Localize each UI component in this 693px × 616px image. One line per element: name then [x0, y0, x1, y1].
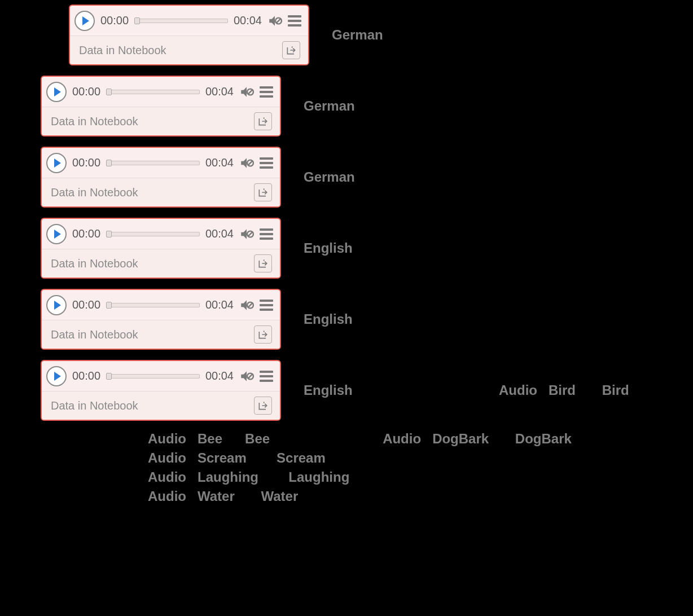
play-icon	[54, 87, 61, 96]
data-source-label: Data in Notebook	[51, 186, 138, 199]
seek-bar[interactable]	[106, 231, 200, 237]
audio-player-cell: 00:00 00:04 Data in Notebook	[41, 218, 281, 279]
audio-controls-row: 00:00 00:04	[42, 77, 280, 107]
data-source-label: Data in Notebook	[51, 399, 138, 412]
seek-bar[interactable]	[106, 89, 200, 95]
play-button[interactable]	[46, 82, 67, 102]
hamburger-menu-icon[interactable]	[260, 157, 273, 169]
data-source-label: Data in Notebook	[51, 115, 138, 128]
row-label: German	[304, 169, 355, 185]
row-label: German	[332, 27, 383, 43]
hamburger-menu-icon[interactable]	[260, 228, 273, 240]
play-icon	[54, 230, 61, 239]
hamburger-menu-icon[interactable]	[288, 15, 301, 27]
current-time: 00:00	[72, 227, 100, 240]
export-button[interactable]	[282, 41, 300, 59]
row-label: English	[304, 240, 353, 256]
audio-player-cell: 00:00 00:04 Data in Notebook	[69, 5, 309, 65]
data-source-label: Data in Notebook	[79, 44, 166, 57]
play-button[interactable]	[74, 11, 95, 31]
svg-line-9	[248, 303, 253, 307]
mute-icon[interactable]	[239, 85, 254, 99]
duration-time: 00:04	[205, 227, 234, 240]
seek-bar[interactable]	[106, 160, 200, 166]
duration-time: 00:04	[205, 369, 234, 382]
mute-icon[interactable]	[239, 369, 254, 384]
current-time: 00:00	[72, 85, 100, 98]
current-time: 00:00	[72, 298, 100, 311]
export-button[interactable]	[254, 183, 272, 201]
row-label: English	[304, 382, 353, 398]
svg-line-3	[248, 90, 253, 94]
audio-controls-row: 00:00 00:04	[42, 290, 280, 320]
row-label: German	[304, 98, 355, 114]
audio-player-cell: 00:00 00:04 Data in Notebook	[41, 76, 281, 137]
mute-icon[interactable]	[239, 156, 254, 170]
audio-expression-entry: Audio Bird Bird	[499, 382, 629, 398]
play-icon	[54, 301, 61, 310]
audio-source-row: Data in Notebook	[42, 249, 280, 278]
audio-controls-row: 00:00 00:04	[70, 6, 308, 36]
duration-time: 00:04	[234, 14, 262, 27]
code-line: Audio Bee Bee Audio DogBark DogBark	[148, 431, 693, 447]
code-line: Audio Laughing Laughing	[148, 469, 693, 485]
play-button[interactable]	[46, 295, 67, 315]
mute-icon[interactable]	[239, 298, 254, 313]
seek-bar[interactable]	[106, 302, 200, 309]
data-source-label: Data in Notebook	[51, 328, 138, 341]
audio-source-row: Data in Notebook	[42, 320, 280, 349]
export-button[interactable]	[254, 254, 272, 272]
seek-thumb[interactable]	[106, 302, 112, 309]
notebook-output-area: 00:00 00:04 Data in Notebook German 00:	[0, 0, 693, 616]
export-button[interactable]	[254, 325, 272, 344]
svg-line-1	[277, 19, 281, 23]
audio-player-cell: 00:00 00:04 Data in Notebook	[41, 147, 281, 208]
output-row: 00:00 00:04 Data in Notebook English Aud…	[41, 360, 693, 421]
audio-controls-row: 00:00 00:04	[42, 219, 280, 249]
output-row: 00:00 00:04 Data in Notebook German	[41, 147, 693, 208]
export-button[interactable]	[254, 112, 272, 130]
output-row: 00:00 00:04 Data in Notebook English	[41, 289, 693, 350]
duration-time: 00:04	[205, 156, 234, 169]
svg-line-7	[248, 232, 253, 236]
play-icon	[82, 16, 89, 25]
play-button[interactable]	[46, 224, 67, 244]
current-time: 00:00	[72, 369, 100, 382]
audio-controls-row: 00:00 00:04	[42, 148, 280, 178]
row-label: English	[304, 311, 353, 327]
current-time: 00:00	[72, 156, 100, 169]
duration-time: 00:04	[205, 298, 234, 311]
audio-controls-row: 00:00 00:04	[42, 361, 280, 391]
code-continuation: Audio Bee Bee Audio DogBark DogBark Audi…	[148, 431, 693, 504]
seek-bar[interactable]	[134, 17, 228, 24]
audio-source-row: Data in Notebook	[70, 36, 308, 64]
export-button[interactable]	[254, 397, 272, 415]
seek-thumb[interactable]	[134, 17, 140, 24]
code-line: Audio Water Water	[148, 489, 693, 504]
seek-thumb[interactable]	[106, 231, 112, 237]
hamburger-menu-icon[interactable]	[260, 86, 273, 98]
data-source-label: Data in Notebook	[51, 257, 138, 270]
output-row: 00:00 00:04 Data in Notebook German	[41, 76, 693, 137]
code-line: Audio Scream Scream	[148, 450, 693, 466]
audio-player-cell: 00:00 00:04 Data in Notebook	[41, 289, 281, 350]
mute-icon[interactable]	[267, 14, 282, 28]
output-row: 00:00 00:04 Data in Notebook English	[41, 218, 693, 279]
hamburger-menu-icon[interactable]	[260, 371, 273, 382]
play-button[interactable]	[46, 366, 67, 386]
seek-bar[interactable]	[106, 373, 200, 380]
svg-line-5	[248, 161, 253, 165]
audio-player-cell: 00:00 00:04 Data in Notebook	[41, 360, 281, 421]
seek-thumb[interactable]	[106, 89, 112, 95]
seek-thumb[interactable]	[106, 373, 112, 380]
hamburger-menu-icon[interactable]	[260, 300, 273, 311]
audio-source-row: Data in Notebook	[42, 391, 280, 420]
svg-line-11	[248, 374, 253, 379]
mute-icon[interactable]	[239, 227, 254, 241]
play-button[interactable]	[46, 153, 67, 173]
seek-thumb[interactable]	[106, 160, 112, 166]
play-icon	[54, 159, 61, 168]
play-icon	[54, 372, 61, 381]
current-time: 00:00	[100, 14, 129, 27]
output-row: 00:00 00:04 Data in Notebook German	[69, 5, 693, 65]
